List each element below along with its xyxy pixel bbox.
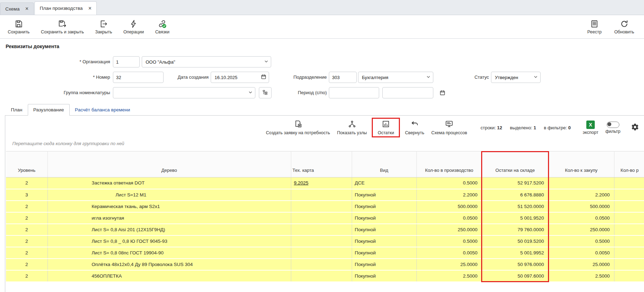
filter-label: фильтр (605, 129, 620, 134)
save-button[interactable]: Сохранить (5, 18, 32, 36)
show-nodes-button[interactable]: Показать узлы (333, 119, 370, 136)
cell-qty-purchase: 2.5000 (548, 270, 614, 282)
cell-stock: 5 001.9952 (482, 247, 548, 259)
table-header-row: УровеньДеревоТех. картаВидКол-во в произ… (6, 151, 644, 177)
save-close-button[interactable]: Сохранить и закрыть (38, 18, 87, 36)
created-date-value: 16.10.2025 (215, 75, 237, 80)
department-select[interactable]: Бухгалтерия (358, 72, 433, 83)
period-label: Период (с/по) (260, 87, 327, 98)
stocks-button[interactable]: Остатки (374, 119, 397, 136)
number-label: * Номер (0, 72, 110, 83)
column-header-6[interactable]: Кол-во к закупу (548, 151, 614, 177)
status-label: Статус (440, 72, 489, 83)
period-calendar-icon[interactable] (437, 89, 448, 96)
table-row[interactable]: 2игла изогнутаяПокупной0.05005 001.95200… (6, 212, 644, 224)
column-header-5[interactable]: Остатки на складе (482, 151, 548, 177)
save-icon (14, 19, 23, 28)
table-row[interactable]: 3Лист S=12 М1Покупной2.20006 676.88802.2… (6, 189, 644, 201)
table-wrap: УровеньДеревоТех. картаВидКол-во в произ… (5, 151, 644, 282)
tab-time-balance[interactable]: Расчёт баланса времени (70, 104, 135, 115)
period-from-input[interactable] (329, 87, 379, 98)
window-tab-schema[interactable]: Схема × (0, 2, 34, 15)
cell-tree: игла изогнутая (47, 212, 291, 224)
export-button[interactable]: X экспорт (579, 120, 602, 136)
cell-kind: Покупной (352, 224, 416, 235)
save-close-icon (58, 19, 67, 28)
registry-label: Реестр (587, 30, 602, 34)
cell-stock: 50 019.5200 (482, 235, 548, 247)
nomenclature-group-select[interactable] (113, 87, 255, 98)
organization-select[interactable]: ООО "Альфа" (142, 56, 271, 67)
cell-kind: Покупной (352, 247, 416, 259)
save-close-label: Сохранить и закрыть (41, 30, 84, 34)
tab-explosion[interactable]: Разузлование (28, 104, 70, 116)
table-row[interactable]: 2Застежка ответная DOT9.2025ДСЕ0.500052 … (6, 177, 644, 189)
organization-code-input[interactable] (113, 56, 140, 67)
table-row[interactable]: 2Лист S= 0,8 Aisi 201 (12Х15Г9НД)Покупно… (6, 224, 644, 235)
column-header-3[interactable]: Вид (352, 151, 416, 177)
table-row[interactable]: 2456ОПЛЕТКАПокупной2.500050 097.60002.50… (6, 270, 644, 282)
chevron-down-icon (533, 74, 538, 80)
created-date-label: Дата создания (151, 72, 209, 83)
status-select[interactable]: Утвержден (491, 72, 541, 83)
cell-qty-extra (614, 270, 644, 282)
department-label: Подразделение (260, 72, 327, 83)
requisites-form: * Организация ООО "Альфа" * Номер Дата с… (0, 53, 644, 103)
grid-counters: строки: 12 выделено: 1 в фильтре: 0 (480, 125, 571, 130)
department-code-input[interactable] (329, 72, 357, 83)
cell-qty-extra (614, 259, 644, 270)
highlight-stocks-button: Остатки (372, 118, 400, 137)
show-nodes-label: Показать узлы (337, 130, 367, 135)
cell-qty-purchase (548, 177, 614, 189)
cell-qty-purchase: 0.0500 (548, 212, 614, 224)
close-button[interactable]: Закрыть (93, 18, 115, 36)
close-icon[interactable]: × (88, 6, 91, 11)
column-header-0[interactable]: Уровень (6, 151, 47, 177)
tech-card-link[interactable]: 9.2025 (294, 180, 308, 186)
column-header-7[interactable]: Кол-во р (614, 151, 644, 177)
chevron-down-icon (264, 59, 269, 65)
table-row[interactable]: 2Лист S= 0,8 08пс ГОСТ 19904-90Покупной0… (6, 247, 644, 259)
process-schema-button[interactable]: Схема процессов (428, 119, 471, 136)
cell-stock: 52 917.5200 (482, 177, 548, 189)
table-row[interactable]: 2Керамическая ткань, арм S2x1Покупной500… (6, 201, 644, 212)
operations-button[interactable]: Операции (121, 18, 147, 36)
stocks-label: Остатки (378, 130, 394, 135)
settings-button[interactable] (630, 122, 640, 134)
registry-button[interactable]: Реестр (585, 18, 605, 36)
period-to-input[interactable] (382, 87, 433, 98)
cell-stock: 50 976.0000 (482, 259, 548, 270)
save-label: Сохранить (8, 30, 30, 34)
monitor-icon (445, 120, 453, 129)
cell-level: 2 (6, 201, 47, 212)
collapse-label: Свернуть (405, 130, 424, 135)
collapse-button[interactable]: Свернуть (401, 119, 428, 136)
cell-kind: Покупной (352, 201, 416, 212)
cell-level: 2 (6, 247, 47, 259)
table-row[interactable]: 2Оплётка 48х12х0,4 Ду 89 Проволока SUS 3… (6, 259, 644, 270)
column-header-4[interactable]: Кол-во в производство (416, 151, 482, 177)
organization-value: ООО "Альфа" (146, 59, 175, 65)
create-request-button[interactable]: Создать заявку на потребность (262, 119, 333, 136)
department-value: Бухгалтерия (362, 75, 388, 80)
group-by-hint[interactable]: Перетащите сюда колонку для группировки … (5, 139, 644, 151)
tab-plan[interactable]: План (6, 104, 28, 115)
window-tab-production-plan[interactable]: План производства × (34, 1, 97, 15)
cell-tech-card (291, 247, 352, 259)
toggle-switch-icon[interactable] (607, 122, 619, 128)
column-header-2[interactable]: Тех. карта (291, 151, 352, 177)
cell-qty-production: 25.0000 (416, 259, 482, 270)
close-icon[interactable]: × (25, 6, 28, 12)
cell-qty-extra (614, 235, 644, 247)
stocks-chart-icon (382, 120, 390, 129)
table-row[interactable]: 2Лист S= 0,8 _ 0,8 Ю ГОСТ 9045-93Покупно… (6, 235, 644, 247)
cell-qty-production: 500.0000 (416, 201, 482, 212)
refresh-button[interactable]: Обновить (611, 18, 637, 36)
cell-stock: 5 001.9520 (482, 212, 548, 224)
registry-icon (590, 19, 599, 28)
links-button[interactable]: Связки (152, 18, 172, 36)
column-header-1[interactable]: Дерево (47, 151, 291, 177)
refresh-label: Обновить (614, 30, 634, 34)
filter-toggle-button[interactable]: фильтр (602, 121, 624, 135)
cell-kind: ДСЕ (352, 177, 416, 189)
